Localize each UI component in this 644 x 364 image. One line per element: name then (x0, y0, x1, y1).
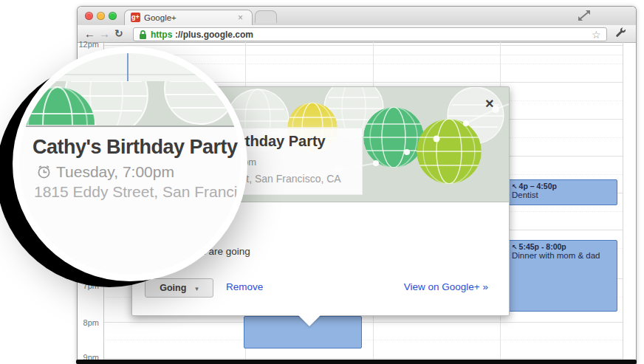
popup-callout-arrow (298, 315, 321, 326)
going-button-label: Going (160, 283, 186, 293)
expand-window-icon[interactable] (577, 9, 592, 25)
remove-link[interactable]: Remove (226, 281, 263, 292)
clock-icon (37, 165, 51, 182)
tab-title: Google+ (144, 13, 177, 22)
calendar-event-dentist[interactable]: ↖4p – 4:50p Dentist (508, 179, 617, 205)
browser-tab[interactable]: g+ Google+ × (124, 10, 253, 26)
url-scheme: https (151, 30, 172, 40)
event-arrow-icon: ↖ (512, 183, 518, 190)
magnifier-loupe: Cathy's Birthday Party Tuesday, 7:00pm 1… (19, 53, 241, 275)
event-title: Dentist (512, 190, 614, 200)
reload-button[interactable]: ↻ (114, 27, 123, 41)
zoom-window-button[interactable] (109, 12, 117, 20)
view-on-googleplus-link[interactable]: View on Google+ » (404, 281, 488, 292)
screenshot-stage: g+ Google+ × ← → ↻ (0, 0, 644, 364)
forward-button[interactable]: → (99, 27, 110, 41)
popup-close-icon[interactable]: × (485, 96, 494, 111)
magnified-lantern-header (19, 81, 241, 126)
wrench-menu-icon[interactable] (613, 27, 628, 39)
magnified-event-datetime: Tuesday, 7:00pm (37, 163, 174, 182)
event-title: Dinner with mom & dad (512, 251, 600, 261)
googleplus-favicon-icon: g+ (131, 13, 140, 22)
event-time: 5:45p - 8:00p (519, 242, 566, 251)
new-tab-button[interactable] (255, 10, 277, 23)
ssl-lock-icon (139, 30, 147, 43)
address-bar[interactable]: https ://plus.google.com ☆ (133, 27, 607, 41)
magnified-event-location: 1815 Eddy Street, San Francisco, CA (34, 183, 241, 201)
window-titlebar: g+ Google+ × (78, 7, 636, 26)
event-time: 4p – 4:50p (519, 182, 557, 190)
minimize-window-button[interactable] (97, 12, 105, 20)
browser-toolbar: ← → ↻ https ://plus.google.com ☆ (78, 25, 636, 43)
event-arrow-icon: ↖ (512, 244, 518, 251)
calendar-event-dinner[interactable]: ↖5:45p - 8:00p Dinner with mom & dad (508, 240, 617, 312)
chevron-down-icon: ▾ (195, 285, 199, 292)
window-bottom-edge (76, 360, 637, 364)
close-window-button[interactable] (85, 12, 93, 20)
magnified-event-title: Cathy's Birthday Party (32, 136, 238, 159)
bookmark-star-icon[interactable]: ☆ (592, 29, 601, 41)
url-text: ://plus.google.com (175, 30, 253, 40)
back-button[interactable]: ← (84, 27, 95, 41)
tab-close-icon[interactable]: × (238, 13, 243, 23)
going-dropdown-button[interactable]: Going▾ (145, 278, 213, 298)
